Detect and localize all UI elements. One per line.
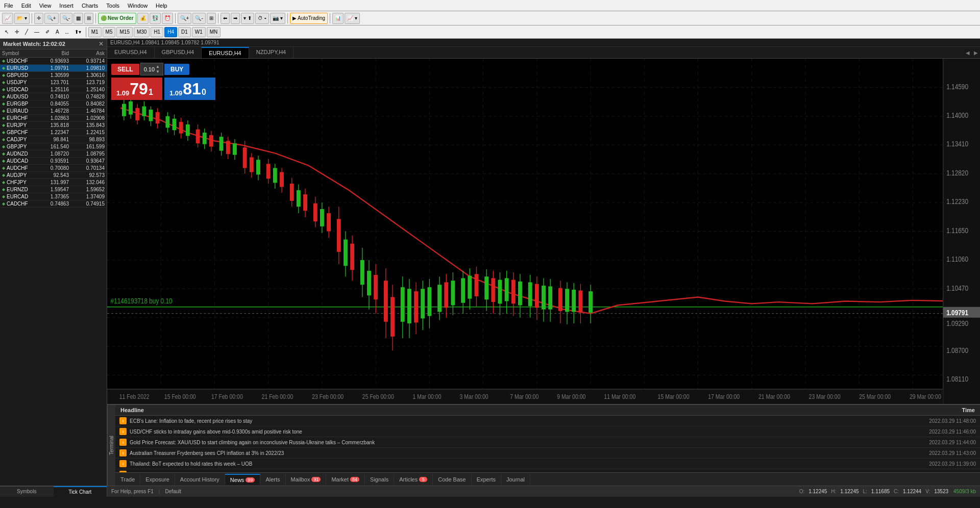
terminal-tab-experts[interactable]: Experts bbox=[472, 474, 501, 485]
menu-charts[interactable]: Charts bbox=[78, 2, 102, 10]
timer-btn[interactable]: ⏱ ▾ bbox=[255, 13, 270, 24]
chart-tab-scroll-left[interactable]: ◀ bbox=[964, 50, 972, 56]
news-item[interactable]: i Gold Price Forecast: XAU/USD to start … bbox=[115, 437, 980, 448]
menu-file[interactable]: File bbox=[0, 2, 17, 10]
market-watch-row[interactable]: ◆ CHFJPY 131.997 132.046 bbox=[0, 179, 107, 186]
terminal-tab-exposure[interactable]: Exposure bbox=[140, 474, 175, 485]
tf-w1[interactable]: W1 bbox=[192, 27, 206, 37]
market-watch-row[interactable]: ◆ EURNZD 1.59547 1.59652 bbox=[0, 186, 107, 193]
chart-tab-0[interactable]: EURUSD,H4 bbox=[107, 47, 155, 58]
zoom-out-btn[interactable]: 🔍- bbox=[60, 13, 72, 24]
terminal-tab-alerts[interactable]: Alerts bbox=[260, 474, 285, 485]
market-watch-row[interactable]: ◆ CADCHF 0.74863 0.74915 bbox=[0, 200, 107, 208]
buy-btn[interactable]: 💰 bbox=[137, 13, 149, 24]
label-btn[interactable]: ⎵ bbox=[63, 27, 71, 37]
menu-view[interactable]: View bbox=[35, 2, 56, 10]
terminal-tab-account-history[interactable]: Account History bbox=[175, 474, 225, 485]
market-watch-row[interactable]: ◆ GBPJPY 161.540 161.599 bbox=[0, 143, 107, 150]
menu-edit[interactable]: Edit bbox=[17, 2, 35, 10]
terminal-tab-mailbox[interactable]: Mailbox91 bbox=[286, 474, 327, 485]
menu-window[interactable]: Window bbox=[124, 2, 152, 10]
template-btn[interactable]: ⊞ bbox=[84, 13, 93, 24]
spread-down[interactable]: ▼ bbox=[156, 69, 160, 74]
chart-type-btn[interactable]: 📊 bbox=[332, 13, 344, 24]
chart-tab-3[interactable]: NZDJPY,H4 bbox=[249, 47, 293, 58]
zoom-chart-out[interactable]: 🔍- bbox=[192, 13, 205, 24]
zoom-chart-in[interactable]: 🔍+ bbox=[178, 13, 192, 24]
arrow-btn[interactable]: ⬆▾ bbox=[72, 27, 84, 37]
tab-label: News bbox=[230, 477, 244, 483]
market-watch-row[interactable]: ◆ AUDUSD 0.74810 0.74828 bbox=[0, 93, 107, 100]
chart-tab-2[interactable]: EURUSD,H4 bbox=[202, 47, 249, 58]
mw-tab-symbols[interactable]: Symbols bbox=[0, 486, 54, 497]
crosshair-btn[interactable]: ✛ bbox=[34, 13, 43, 24]
market-watch-row[interactable]: ◆ USDCAD 1.25116 1.25140 bbox=[0, 86, 107, 93]
market-watch-row[interactable]: ◆ EURUSD 1.09791 1.09810 bbox=[0, 65, 107, 72]
market-watch-row[interactable]: ◆ GBPUSD 1.30599 1.30616 bbox=[0, 72, 107, 79]
market-watch-row[interactable]: ◆ USDCHF 0.93693 0.93714 bbox=[0, 58, 107, 65]
properties-btn[interactable]: ▦ bbox=[74, 13, 83, 24]
chart-tab-scroll-right[interactable]: ▶ bbox=[972, 50, 980, 56]
zoom-in-btn[interactable]: 🔍+ bbox=[44, 13, 59, 24]
line-btn[interactable]: ╱ bbox=[22, 27, 31, 37]
sell-btn[interactable]: 💱 bbox=[150, 13, 161, 24]
terminal-tab-articles[interactable]: Articles5 bbox=[394, 474, 433, 485]
terminal-tab-market[interactable]: Market84 bbox=[326, 474, 365, 485]
spread-up[interactable]: ▲ bbox=[156, 64, 160, 69]
market-watch-row[interactable]: ◆ AUDCHF 0.70080 0.70134 bbox=[0, 165, 107, 172]
screenshot-btn[interactable]: 📷 ▾ bbox=[270, 13, 285, 24]
new-order-btn[interactable]: 🟢 New Order bbox=[98, 13, 136, 24]
spread-arrows: ▲ ▼ bbox=[156, 64, 160, 74]
market-watch-row[interactable]: ◆ AUDCAD 0.93591 0.93647 bbox=[0, 158, 107, 165]
market-watch-row[interactable]: ◆ AUDJPY 92.543 92.573 bbox=[0, 172, 107, 179]
hline-btn[interactable]: ― bbox=[32, 27, 42, 37]
market-watch-row[interactable]: ◆ EURGBP 0.84055 0.84082 bbox=[0, 100, 107, 108]
news-item[interactable]: i USD/CHF sticks to intraday gains above… bbox=[115, 426, 980, 437]
market-watch-row[interactable]: ◆ CADJPY 98.841 98.893 bbox=[0, 136, 107, 143]
terminal-tab-trade[interactable]: Trade bbox=[115, 474, 140, 485]
news-item[interactable]: i ECB's Lane: Inflation to fade, recent … bbox=[115, 416, 980, 426]
autotrading-btn[interactable]: ▶ AutoTrading bbox=[290, 13, 328, 24]
menu-help[interactable]: Help bbox=[152, 2, 172, 10]
mw-tab-tick-chart[interactable]: Tick Chart bbox=[54, 486, 107, 497]
menu-insert[interactable]: Insert bbox=[55, 2, 78, 10]
scroll-left[interactable]: ⬅ bbox=[220, 13, 230, 24]
terminal-tab-news[interactable]: News99 bbox=[225, 474, 261, 485]
terminal-tab-signals[interactable]: Signals bbox=[365, 474, 394, 485]
market-watch-row[interactable]: ◆ EURJPY 135.818 135.843 bbox=[0, 122, 107, 129]
draw-tools[interactable]: ✐ bbox=[43, 27, 52, 37]
tf-m5[interactable]: M5 bbox=[103, 27, 116, 37]
menu-tools[interactable]: Tools bbox=[102, 2, 124, 10]
market-watch-row[interactable]: ◆ EURAUD 1.46728 1.46784 bbox=[0, 108, 107, 115]
terminal-tab-journal[interactable]: Journal bbox=[501, 474, 530, 485]
sell-button[interactable]: SELL bbox=[111, 64, 139, 75]
indicators-btn[interactable]: 📈 ▾ bbox=[345, 13, 360, 24]
tf-h1[interactable]: H1 bbox=[151, 27, 163, 37]
market-watch-row[interactable]: ◆ GBPCHF 1.22347 1.22415 bbox=[0, 129, 107, 136]
tf-m1[interactable]: M1 bbox=[88, 27, 102, 37]
history-btn[interactable]: ⏰ bbox=[162, 13, 173, 24]
market-watch-row[interactable]: ◆ EURCHF 1.02863 1.02908 bbox=[0, 115, 107, 122]
market-watch-row[interactable]: ◆ EURCAD 1.37365 1.37409 bbox=[0, 193, 107, 200]
market-watch-row[interactable]: ◆ AUDNZD 1.08720 1.08795 bbox=[0, 150, 107, 158]
tf-m15[interactable]: M15 bbox=[116, 27, 132, 37]
market-watch-row[interactable]: ◆ USDJPY 123.701 123.719 bbox=[0, 79, 107, 86]
new-chart-btn[interactable]: 📈 bbox=[2, 13, 13, 24]
news-item[interactable]: i Thailand: BoT expected to hold rates t… bbox=[115, 459, 980, 469]
cursor-btn[interactable]: ↖ bbox=[2, 27, 11, 37]
chart-tab-1[interactable]: GBPUSD,H4 bbox=[155, 47, 202, 58]
tf-mn[interactable]: MN bbox=[207, 27, 221, 37]
tf-d1[interactable]: D1 bbox=[178, 27, 191, 37]
scroll-right[interactable]: ➡ bbox=[231, 13, 240, 24]
text-btn[interactable]: A bbox=[53, 27, 62, 37]
terminal-tab-code-base[interactable]: Code Base bbox=[433, 474, 471, 485]
crosshair2-btn[interactable]: ✛ bbox=[12, 27, 21, 37]
algo-btn[interactable]: ▾ ⬆ bbox=[241, 13, 254, 24]
buy-button[interactable]: BUY bbox=[164, 64, 189, 75]
market-watch-close[interactable]: ✕ bbox=[99, 40, 104, 47]
tf-h4[interactable]: H4 bbox=[164, 27, 177, 37]
tf-m30[interactable]: M30 bbox=[134, 27, 150, 37]
chart-grid[interactable]: ⊞ bbox=[207, 13, 216, 24]
open-btn[interactable]: 📂 ▾ bbox=[14, 13, 30, 24]
news-item[interactable]: i Australian Treasurer Frydenberg sees C… bbox=[115, 448, 980, 459]
